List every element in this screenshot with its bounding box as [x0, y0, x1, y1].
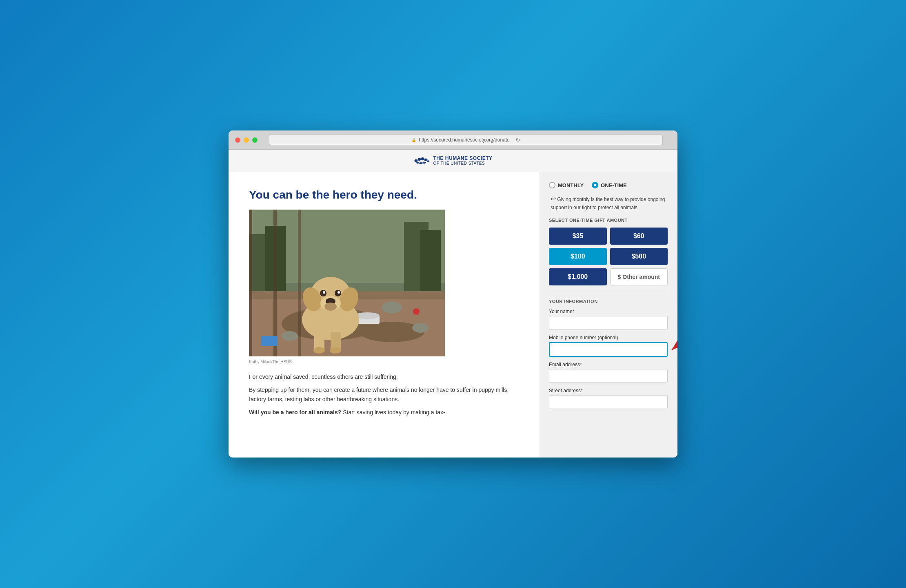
svg-point-3 [424, 158, 428, 161]
name-field-group: Your name* [549, 309, 668, 330]
body-bold: Will you be a hero for all animals? [249, 409, 341, 416]
brand-name-top: THE HUMANE SOCIETY [433, 155, 492, 161]
browser-titlebar: 🔒 https://secured.humanesociety.org/dona… [229, 130, 677, 150]
svg-point-5 [417, 161, 419, 164]
monthly-note: ↩ Giving monthly is the best way to prov… [549, 194, 668, 211]
svg-point-1 [418, 158, 421, 161]
amount-100[interactable]: $100 [549, 248, 607, 265]
url-bar[interactable]: 🔒 https://secured.humanesociety.org/dona… [269, 135, 663, 145]
svg-point-41 [382, 301, 402, 314]
lock-icon: 🔒 [411, 138, 416, 142]
browser-window: 🔒 https://secured.humanesociety.org/dona… [229, 130, 677, 458]
logo-text: THE HUMANE SOCIETY OF THE UNITED STATES [433, 155, 492, 166]
svg-point-42 [412, 323, 429, 333]
street-input[interactable] [549, 395, 668, 409]
donation-form: MONTHLY ONE-TIME ↩ Giving monthly is the… [539, 172, 677, 458]
svg-rect-20 [249, 210, 252, 356]
frequency-toggle: MONTHLY ONE-TIME [549, 182, 668, 188]
onetime-option[interactable]: ONE-TIME [592, 182, 627, 188]
monthly-option[interactable]: MONTHLY [549, 182, 584, 188]
amount-35[interactable]: $35 [549, 228, 607, 245]
currency-symbol: $ [617, 274, 621, 280]
brand-name-bottom: OF THE UNITED STATES [433, 161, 492, 166]
logo: THE HUMANE SOCIETY OF THE UNITED STATES [413, 155, 492, 167]
svg-point-39 [413, 308, 420, 315]
svg-point-4 [427, 160, 429, 162]
name-input[interactable] [549, 316, 668, 330]
left-panel: You can be the hero they need. [229, 172, 539, 458]
phone-field-group: Mobile phone number (optional) [549, 335, 668, 357]
amount-1000[interactable]: $1,000 [549, 268, 607, 285]
body-cta: Will you be a hero for all animals? Star… [249, 408, 522, 417]
logo-icon [413, 155, 430, 167]
photo-caption: Kathy Milani/The HSUS [249, 360, 522, 364]
svg-point-40 [282, 331, 298, 341]
minimize-button[interactable] [244, 137, 249, 143]
reload-button[interactable]: ↻ [515, 137, 520, 143]
body-paragraph-2: By stepping up for them, you can create … [249, 385, 522, 404]
monthly-radio[interactable] [549, 182, 555, 188]
amount-section-label: SELECT ONE-TIME GIFT AMOUNT [549, 218, 668, 223]
street-field-group: Street address* [549, 388, 668, 409]
email-field-group: Email address* [549, 362, 668, 383]
section-divider [549, 292, 668, 292]
other-amount-label: Other amount [622, 274, 660, 280]
svg-point-0 [415, 159, 418, 162]
other-amount-button[interactable]: $ Other amount [610, 268, 668, 285]
svg-point-2 [421, 157, 424, 160]
svg-point-7 [423, 161, 426, 164]
amount-grid: $35 $60 $100 $500 $1,000 $ Other amount [549, 228, 668, 285]
onetime-label: ONE-TIME [601, 182, 627, 188]
your-info-label: YOUR INFORMATION [549, 299, 668, 304]
dog-photo [249, 210, 445, 356]
amount-500[interactable]: $500 [610, 248, 668, 265]
dog-photo-svg [249, 210, 445, 356]
amount-60[interactable]: $60 [610, 228, 668, 245]
maximize-button[interactable] [252, 137, 258, 143]
street-label: Street address* [549, 388, 668, 393]
red-arrow-indicator [668, 338, 677, 358]
body-paragraph-1: For every animal saved, countless others… [249, 372, 522, 381]
email-label: Email address* [549, 362, 668, 367]
svg-point-33 [324, 303, 337, 311]
hero-title: You can be the hero they need. [249, 188, 522, 201]
phone-input[interactable] [549, 342, 668, 357]
phone-label: Mobile phone number (optional) [549, 335, 668, 340]
url-text: https://secured.humanesociety.org/donate [419, 137, 510, 143]
body-continuation: Start saving lives today by making a tax… [343, 409, 445, 416]
svg-rect-22 [298, 210, 301, 356]
svg-point-36 [313, 347, 325, 354]
name-label: Your name* [549, 309, 668, 314]
monthly-label: MONTHLY [558, 182, 584, 188]
site-header: THE HUMANE SOCIETY OF THE UNITED STATES [229, 150, 677, 172]
svg-rect-21 [273, 210, 277, 356]
svg-point-6 [420, 162, 423, 164]
email-input[interactable] [549, 369, 668, 383]
svg-point-32 [338, 291, 340, 294]
main-content: You can be the hero they need. [229, 172, 677, 458]
svg-point-31 [323, 291, 325, 294]
svg-point-37 [330, 347, 341, 354]
close-button[interactable] [235, 137, 240, 143]
svg-rect-38 [261, 336, 278, 346]
onetime-radio[interactable] [592, 182, 598, 188]
